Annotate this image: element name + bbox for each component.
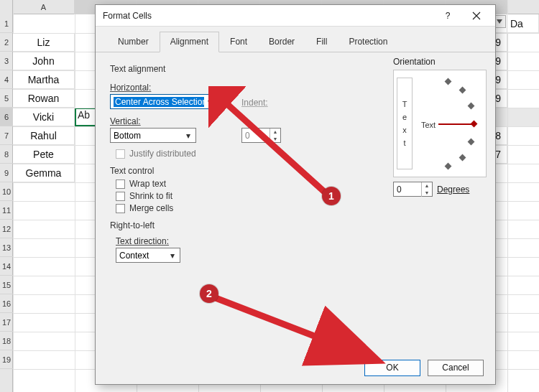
merge-label: Merge cells — [129, 203, 173, 213]
dialog-body: Text alignment Horizontal: Center Across… — [96, 52, 495, 355]
shrink-label: Shrink to fit — [129, 191, 172, 201]
cell-b6-text: Ab — [76, 109, 90, 121]
indent-spinner[interactable]: 0 ▲▼ — [241, 128, 281, 143]
orientation-label: Orientation — [393, 57, 487, 67]
tab-font[interactable]: Font — [219, 32, 258, 52]
justify-distributed-label: Justify distributed — [129, 149, 196, 159]
help-icon: ? — [446, 11, 451, 21]
vertical-label: Vertical: — [110, 116, 229, 126]
text-direction-select[interactable]: Context ▾ — [116, 248, 180, 263]
help-button[interactable]: ? — [433, 6, 462, 26]
rowhdr-13[interactable]: 13 — [0, 238, 13, 257]
rowhdr-5[interactable]: 5 — [0, 89, 13, 108]
rowhdr-19[interactable]: 19 — [0, 350, 13, 369]
chevron-down-icon: ▾ — [204, 97, 216, 107]
rowhdr-6[interactable]: 6 — [0, 108, 13, 126]
indent-label: Indent: — [241, 98, 268, 108]
cell-a8[interactable]: Pete — [13, 145, 75, 164]
rowhdr-15[interactable]: 15 — [0, 276, 13, 294]
rowhdr-4[interactable]: 4 — [0, 70, 13, 89]
chevron-down-icon: ▾ — [167, 251, 178, 261]
rowhdr-18[interactable]: 18 — [0, 332, 13, 350]
rtl-group: Right-to-left — [110, 220, 481, 230]
indent-value: 0 — [242, 131, 270, 141]
tab-protection[interactable]: Protection — [338, 32, 398, 52]
rowhdr-10[interactable]: 10 — [0, 182, 13, 201]
tab-fill[interactable]: Fill — [305, 32, 338, 52]
orientation-panel[interactable]: T e x t Text — [393, 70, 487, 177]
dialog-titlebar[interactable]: Format Cells ? — [96, 5, 495, 27]
rowhdr-9[interactable]: 9 — [0, 164, 13, 182]
ok-button[interactable]: OK — [364, 360, 420, 376]
cell-i1-partial[interactable]: Da — [507, 14, 539, 33]
degrees-label: Degrees — [437, 185, 469, 195]
rowhdr-8[interactable]: 8 — [0, 145, 13, 164]
vertical-value: Bottom — [114, 131, 183, 141]
orientation-indicator-line — [438, 123, 471, 125]
rowhdr-17[interactable]: 17 — [0, 313, 13, 332]
wrap-text-label: Wrap text — [129, 179, 166, 189]
dialog-tabs: Number Alignment Font Border Fill Protec… — [96, 27, 495, 52]
annotation-callout-2: 2 — [200, 284, 218, 303]
orientation-group: Orientation T e x t Text — [393, 57, 487, 197]
rowhdr-12[interactable]: 12 — [0, 220, 13, 238]
cell-a5[interactable]: Rowan — [13, 89, 75, 108]
cancel-button[interactable]: Cancel — [428, 360, 484, 376]
cell-a2[interactable]: Liz — [13, 33, 75, 52]
rowhdr-7[interactable]: 7 — [0, 126, 13, 145]
horizontal-label: Horizontal: — [110, 83, 229, 93]
tab-alignment[interactable]: Alignment — [160, 32, 219, 52]
rowhdr-11[interactable]: 11 — [0, 201, 13, 220]
degrees-value: 0 — [394, 185, 421, 195]
dialog-footer: OK Cancel — [96, 351, 495, 384]
close-icon — [472, 11, 481, 20]
annotation-callout-1: 1 — [322, 187, 341, 205]
cell-a7[interactable]: Rahul — [13, 126, 75, 145]
orientation-text-label: Text — [421, 121, 436, 129]
active-cell-b6[interactable]: Ab — [75, 108, 96, 126]
spinner-arrows[interactable]: ▲▼ — [421, 182, 432, 197]
text-direction-label: Text direction: — [116, 236, 481, 246]
horizontal-select[interactable]: Center Across Selection ▾ — [110, 94, 218, 109]
rowhdr-3[interactable]: 3 — [0, 52, 13, 70]
colhdr-a[interactable]: A — [13, 0, 75, 14]
horizontal-value: Center Across Selection — [114, 97, 204, 107]
chevron-down-icon: ▾ — [183, 131, 194, 141]
dialog-title: Format Cells — [103, 11, 433, 21]
tab-number[interactable]: Number — [107, 32, 160, 52]
orientation-vertical-text[interactable]: T e x t — [397, 78, 413, 169]
vertical-select[interactable]: Bottom ▾ — [110, 128, 196, 143]
cell-a9[interactable]: Gemma — [13, 164, 75, 182]
rowhdr-16[interactable]: 16 — [0, 294, 13, 313]
rowhdr-2[interactable]: 2 — [0, 33, 13, 52]
orientation-dial[interactable]: Text — [418, 75, 482, 172]
format-cells-dialog: Format Cells ? Number Alignment Font Bor… — [95, 4, 496, 385]
cell-a6[interactable]: Vicki — [13, 108, 75, 126]
merge-cells-checkbox[interactable]: Merge cells — [116, 203, 481, 213]
checkbox-box — [116, 149, 125, 159]
close-button[interactable] — [462, 6, 491, 26]
degrees-spinner[interactable]: 0 ▲▼ — [393, 182, 433, 197]
tab-border[interactable]: Border — [258, 32, 305, 52]
spinner-arrows[interactable]: ▲▼ — [270, 129, 280, 143]
text-direction-value: Context — [119, 251, 167, 261]
rowhdr-14[interactable]: 14 — [0, 257, 13, 276]
chevron-down-icon — [497, 19, 502, 24]
cell-a4[interactable]: Martha — [13, 70, 75, 89]
rowhdr-1[interactable]: 1 — [0, 14, 13, 33]
cell-a3[interactable]: John — [13, 52, 75, 70]
